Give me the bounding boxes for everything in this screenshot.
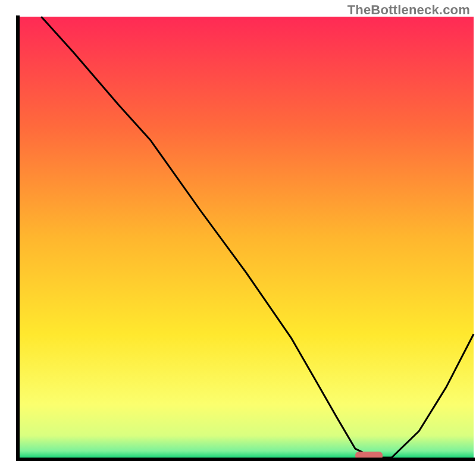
plot-background xyxy=(18,17,474,458)
bottleneck-chart: TheBottleneck.com xyxy=(0,0,476,476)
watermark-label: TheBottleneck.com xyxy=(347,2,470,18)
chart-svg xyxy=(0,0,476,476)
